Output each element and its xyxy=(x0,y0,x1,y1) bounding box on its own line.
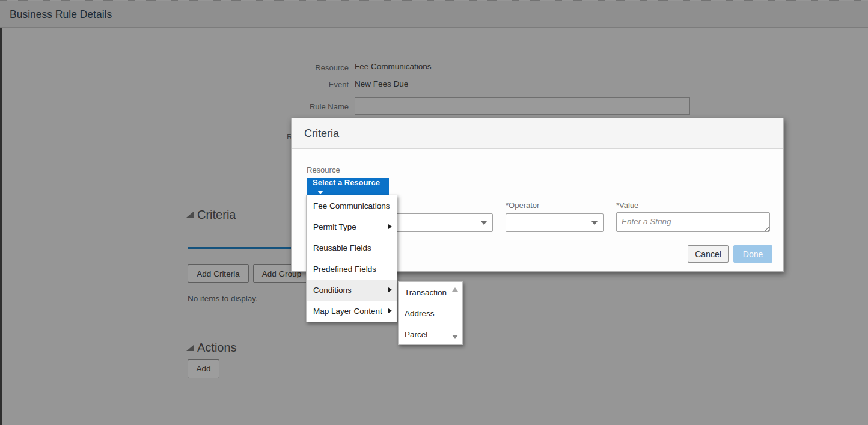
operator-label: *Operator xyxy=(506,201,539,210)
caret-down-icon xyxy=(317,191,323,194)
operator-combobox[interactable] xyxy=(506,213,604,232)
resource-dropdown-menu: Fee Communications Permit Type Reusable … xyxy=(306,195,397,322)
rule-name-label: Rule Name xyxy=(277,102,349,111)
value-input[interactable] xyxy=(616,212,770,232)
event-label: Event xyxy=(277,80,349,89)
conditions-submenu: Transaction Address Parcel xyxy=(398,281,463,345)
criteria-disclosure-triangle-icon[interactable] xyxy=(186,212,194,218)
select-resource-dropdown-button[interactable]: Select a Resource xyxy=(307,178,389,195)
event-value: New Fees Due xyxy=(355,79,408,88)
rule-name-input[interactable] xyxy=(355,97,690,115)
actions-add-button[interactable]: Add xyxy=(188,359,219,378)
criteria-modal-header: Criteria xyxy=(292,118,783,149)
page-title: Business Rule Details xyxy=(10,1,112,28)
page-header-bar: Business Rule Details xyxy=(0,1,868,28)
resource-value: Fee Communications xyxy=(355,62,432,71)
menu-item-permit-type[interactable]: Permit Type xyxy=(307,216,397,237)
combobox-arrow-icon xyxy=(591,221,598,225)
actions-disclosure-triangle-icon[interactable] xyxy=(186,345,194,351)
done-button[interactable]: Done xyxy=(733,245,772,263)
collapsed-sidebar-edge xyxy=(0,4,2,425)
menu-item-map-layer-content[interactable]: Map Layer Content xyxy=(307,301,397,322)
submenu-arrow-icon xyxy=(388,224,392,229)
criteria-empty-message: No items to display. xyxy=(188,294,258,303)
resource-label: Resource xyxy=(277,63,349,72)
submenu-item-parcel[interactable]: Parcel xyxy=(399,324,462,345)
menu-item-reusable-fields[interactable]: Reusable Fields xyxy=(307,237,397,258)
menu-item-conditions[interactable]: Conditions xyxy=(307,280,397,301)
menu-item-predefined-fields[interactable]: Predefined Fields xyxy=(307,258,397,280)
criteria-modal-title: Criteria xyxy=(304,118,339,149)
select-resource-button-label: Select a Resource xyxy=(313,178,380,187)
submenu-arrow-icon xyxy=(388,287,392,292)
submenu-item-address[interactable]: Address xyxy=(399,303,462,324)
menu-item-fee-communications[interactable]: Fee Communications xyxy=(307,195,397,216)
modal-resource-label: Resource xyxy=(307,165,340,174)
cancel-button[interactable]: Cancel xyxy=(688,245,729,263)
criteria-tab-underline xyxy=(188,247,292,249)
submenu-item-transaction[interactable]: Transaction xyxy=(399,282,462,303)
add-criteria-button[interactable]: Add Criteria xyxy=(188,264,249,283)
submenu-arrow-icon xyxy=(388,308,392,313)
value-label: *Value xyxy=(616,201,638,210)
criteria-section-title: Criteria xyxy=(197,208,236,222)
actions-section-title: Actions xyxy=(197,341,237,355)
combobox-arrow-icon xyxy=(481,221,487,225)
